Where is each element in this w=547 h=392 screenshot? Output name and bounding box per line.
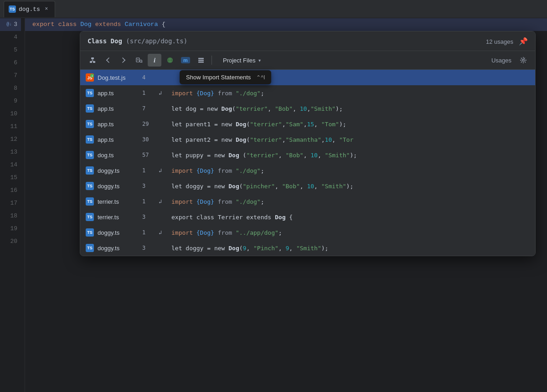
result-row[interactable]: TSdoggy.ts1↲import {Dog} from "./dog"; bbox=[80, 163, 535, 178]
popup-title: Class Dog (src/app/dog.ts) bbox=[88, 37, 187, 46]
usages-label[interactable]: Usages bbox=[488, 56, 515, 65]
result-filename: doggy.ts bbox=[98, 229, 139, 236]
result-code: let parent2 = new Dog("terrier","Samanth… bbox=[171, 136, 353, 143]
result-filename: app.ts bbox=[98, 105, 139, 112]
locate-button[interactable] bbox=[132, 54, 146, 67]
svg-line-11 bbox=[142, 62, 142, 62]
result-code: import {Dog} from "../app/dog"; bbox=[171, 229, 282, 236]
tab-filename: dog.ts bbox=[19, 6, 40, 13]
gutter-line-6: 6 bbox=[0, 57, 21, 69]
import-arrow-icon: ↲ bbox=[159, 167, 168, 174]
list-icon bbox=[197, 57, 205, 64]
chevron-down-icon: ▾ bbox=[258, 58, 261, 63]
svg-point-18 bbox=[522, 59, 524, 61]
result-code: let parent1 = new Dog("terrier","Sam",15… bbox=[171, 121, 346, 128]
result-lineno: 3 bbox=[142, 183, 155, 189]
gutter-line-17: 17 bbox=[0, 197, 21, 210]
result-row[interactable]: TSdoggy.ts1↲import {Dog} from "../app/do… bbox=[80, 225, 535, 240]
ts-file-icon: TS bbox=[86, 228, 94, 237]
result-code: let doggy = new Dog(9, "Pinch", 9, "Smit… bbox=[171, 245, 328, 252]
scope-icon bbox=[166, 57, 174, 64]
result-filename: doggy.ts bbox=[98, 167, 139, 174]
scope-button[interactable] bbox=[163, 54, 177, 67]
result-filename: app.ts bbox=[98, 121, 139, 128]
ts-file-icon: TS bbox=[86, 197, 94, 206]
editor-area: @↓ 3 4 5 6 7 8 9 10 11 12 13 14 15 16 17… bbox=[0, 18, 547, 392]
popup-file-path: (src/app/dog.ts) bbox=[126, 37, 187, 45]
result-row[interactable]: TSterrier.ts3export class Terrier extend… bbox=[80, 209, 535, 225]
result-code: export class Terrier extends Dog { bbox=[171, 214, 293, 221]
result-lineno: 4 bbox=[142, 74, 155, 81]
result-row[interactable]: TSdoggy.ts3let doggy = new Dog(9, "Pinch… bbox=[80, 240, 535, 256]
result-code: let dog = new Dog("terrier", "Bob", 10,"… bbox=[171, 105, 343, 112]
result-row[interactable]: JSJDog.test.js4 bbox=[80, 70, 535, 85]
hierarchy-button[interactable] bbox=[86, 54, 99, 67]
popup-class-name: Class Dog bbox=[88, 37, 122, 45]
gutter-line-15: 15 bbox=[0, 171, 21, 184]
gutter-line-19: 19 bbox=[0, 222, 21, 235]
tab-dog-ts[interactable]: TS dog.ts × bbox=[4, 1, 55, 17]
gutter-line-3: @↓ 3 bbox=[0, 18, 21, 31]
import-arrow-icon: ↲ bbox=[159, 198, 168, 205]
result-row[interactable]: TSapp.ts29let parent1 = new Dog("terrier… bbox=[80, 116, 535, 132]
hierarchy-icon bbox=[89, 57, 96, 64]
tab-close-button[interactable]: × bbox=[43, 5, 50, 13]
svg-point-12 bbox=[167, 57, 173, 63]
ts-file-icon: TS bbox=[86, 166, 94, 175]
result-lineno: 1 bbox=[142, 90, 155, 96]
svg-point-13 bbox=[169, 57, 171, 63]
result-row[interactable]: TSterrier.ts1↲import {Dog} from "./dog"; bbox=[80, 194, 535, 209]
list-view-button[interactable] bbox=[194, 54, 208, 67]
back-button[interactable] bbox=[101, 54, 115, 67]
m-badge: m bbox=[181, 57, 190, 63]
locate-icon bbox=[135, 57, 143, 64]
import-arrow-icon: ↲ bbox=[159, 229, 168, 236]
svg-rect-0 bbox=[90, 61, 92, 63]
settings-button[interactable] bbox=[517, 54, 530, 67]
result-row[interactable]: TSapp.ts30let parent2 = new Dog("terrier… bbox=[80, 132, 535, 147]
result-lineno: 3 bbox=[142, 214, 155, 220]
gutter-line-12: 12 bbox=[0, 133, 21, 146]
tab-bar: TS dog.ts × bbox=[0, 0, 547, 18]
result-code: let puppy = new Dog ("terrier", "Bob", 1… bbox=[171, 152, 357, 159]
gear-icon bbox=[520, 57, 527, 64]
result-filename: app.ts bbox=[98, 90, 139, 97]
forward-button[interactable] bbox=[117, 54, 130, 67]
show-imports-button[interactable]: i bbox=[148, 54, 161, 67]
ts-file-icon: TS bbox=[86, 182, 94, 190]
result-row[interactable]: TSdog.ts57let puppy = new Dog ("terrier"… bbox=[80, 147, 535, 163]
gutter-line-8: 8 bbox=[0, 82, 21, 95]
result-lineno: 29 bbox=[142, 121, 155, 127]
scope-dropdown[interactable]: Project Files ▾ bbox=[219, 56, 264, 65]
result-lineno: 3 bbox=[142, 245, 155, 251]
goto-icon: @↓ bbox=[6, 18, 12, 31]
pin-icon[interactable]: 📌 bbox=[519, 37, 528, 46]
svg-rect-1 bbox=[93, 61, 95, 63]
usages-popup[interactable]: Class Dog (src/app/dog.ts) 12 usages 📌 bbox=[80, 31, 536, 256]
ts-file-icon: TS bbox=[86, 89, 94, 97]
usages-count-label: 12 usages bbox=[486, 38, 513, 45]
popup-header: Class Dog (src/app/dog.ts) 12 usages 📌 bbox=[80, 31, 535, 51]
gutter-line-14: 14 bbox=[0, 159, 21, 171]
jest-file-icon: JSJ bbox=[86, 73, 94, 82]
gutter-line-13: 13 bbox=[0, 146, 21, 159]
result-row[interactable]: TSdoggy.ts3let doggy = new Dog("pincher"… bbox=[80, 178, 535, 194]
ts-file-icon: TS bbox=[86, 213, 94, 221]
result-filename: doggy.ts bbox=[98, 245, 139, 252]
result-filename: terrier.ts bbox=[98, 214, 139, 221]
gutter-line-16: 16 bbox=[0, 184, 21, 197]
svg-point-5 bbox=[106, 60, 107, 61]
ts-file-icon: TS bbox=[86, 244, 94, 252]
ts-file-icon: TS bbox=[86, 135, 94, 144]
svg-rect-17 bbox=[198, 62, 204, 63]
code-editor[interactable]: export class Dog extends Carnivora { bbox=[25, 18, 547, 392]
result-row[interactable]: TSapp.ts1↲import {Dog} from "./dog"; bbox=[80, 85, 535, 101]
result-filename: app.ts bbox=[98, 136, 139, 143]
result-filename: Dog.test.js bbox=[98, 74, 139, 81]
result-code: import {Dog} from "./dog"; bbox=[171, 198, 264, 205]
module-button[interactable]: m bbox=[179, 54, 192, 67]
result-lineno: 30 bbox=[142, 136, 155, 143]
results-list[interactable]: JSJDog.test.js4TSapp.ts1↲import {Dog} fr… bbox=[80, 70, 535, 256]
result-row[interactable]: TSapp.ts7let dog = new Dog("terrier", "B… bbox=[80, 101, 535, 116]
popup-toolbar: i m bbox=[80, 51, 535, 70]
